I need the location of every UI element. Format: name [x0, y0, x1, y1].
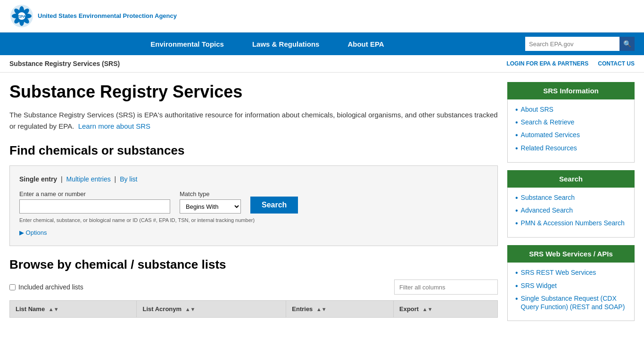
svg-text:EPA: EPA [17, 14, 26, 19]
sidebar-search-content: Substance Search Advanced Search PMN & A… [507, 188, 635, 238]
sidebar-search-list: Substance Search Advanced Search PMN & A… [515, 193, 627, 228]
sidebar-srs-info-header: SRS Information [507, 82, 635, 99]
contact-link[interactable]: CONTACT US [598, 60, 635, 67]
col-list-acronym[interactable]: List Acronym ▲▼ [137, 301, 286, 318]
tab-multiple-entries[interactable]: Multiple entries [66, 175, 111, 183]
srs-widget-link[interactable]: SRS Widget [521, 281, 557, 290]
sidebar-srs-info: SRS Information About SRS Search & Retri… [507, 82, 635, 163]
col-list-name[interactable]: List Name ▲▼ [10, 301, 137, 318]
find-section-title: Find chemicals or substances [9, 143, 498, 158]
col-entries[interactable]: Entries ▲▼ [286, 301, 394, 318]
browse-section-title: Browse by chemical / substance lists [9, 257, 498, 272]
srs-rest-link[interactable]: SRS REST Web Services [521, 268, 596, 277]
archived-checkbox-label[interactable]: Included archived lists [9, 283, 83, 291]
browse-controls: Included archived lists [9, 280, 498, 295]
options-toggle[interactable]: ▶ Options [19, 229, 47, 236]
sidebar-srs-info-list: About SRS Search & Retrieve Automated Se… [515, 105, 627, 153]
list-item: Automated Services [515, 131, 627, 140]
search-button[interactable]: Search [250, 197, 298, 214]
learn-more-link[interactable]: Learn more about SRS [78, 122, 150, 130]
sort-icon-export: ▲▼ [422, 306, 433, 312]
sidebar-search: Search Substance Search Advanced Search … [507, 170, 635, 238]
single-substance-link[interactable]: Single Substance Request (CDX Query Func… [521, 294, 627, 311]
match-type-select[interactable]: Begins With Contains Exact [180, 199, 241, 214]
nav-laws-regulations[interactable]: Laws & Regulations [252, 33, 320, 55]
nav-links: Environmental Topics Laws & Regulations … [9, 33, 525, 55]
filter-input[interactable] [394, 280, 498, 295]
epa-org-text: United States Environmental Protection A… [38, 12, 177, 20]
pmn-search-link[interactable]: PMN & Accession Numbers Search [521, 219, 625, 227]
col-export[interactable]: Export ▲▼ [393, 301, 497, 318]
epa-emblem-icon: EPA [9, 4, 34, 28]
browse-section: Browse by chemical / substance lists Inc… [9, 257, 498, 318]
list-item: Advanced Search [515, 206, 627, 215]
breadcrumb: Substance Registry Services (SRS) [9, 60, 120, 67]
match-type-group: Match type Begins With Contains Exact [180, 190, 241, 214]
list-item: Single Substance Request (CDX Query Func… [515, 294, 627, 311]
sidebar-srs-info-content: About SRS Search & Retrieve Automated Se… [507, 99, 635, 163]
substance-search-link[interactable]: Substance Search [521, 193, 575, 202]
login-link[interactable]: LOGIN FOR EPA & PARTNERS [506, 60, 588, 67]
search-box: Single entry | Multiple entries | By lis… [9, 165, 498, 246]
sidebar-web-services-header: SRS Web Services / APIs [507, 245, 635, 263]
header-links: LOGIN FOR EPA & PARTNERS CONTACT US [506, 60, 635, 67]
sort-icon-list-acronym: ▲▼ [185, 306, 196, 312]
tab-single-entry: Single entry [19, 175, 57, 183]
list-item: Search & Retrieve [515, 118, 627, 127]
name-label: Enter a name or number [19, 190, 170, 197]
list-item: About SRS [515, 105, 627, 114]
search-tabs: Single entry | Multiple entries | By lis… [19, 175, 488, 183]
sort-icon-entries: ▲▼ [316, 306, 327, 312]
list-item: SRS Widget [515, 281, 627, 290]
list-item: Related Resources [515, 144, 627, 153]
search-retrieve-link[interactable]: Search & Retrieve [521, 118, 575, 126]
epa-logo: EPA United States Environmental Protecti… [9, 4, 177, 28]
nav-environmental-topics[interactable]: Environmental Topics [150, 33, 224, 55]
nav-search-button[interactable]: 🔍 [619, 37, 635, 51]
automated-services-link[interactable]: Automated Services [521, 131, 580, 139]
search-hint: Enter chemical, substance, or biological… [19, 217, 488, 223]
table-header-row: List Name ▲▼ List Acronym ▲▼ Entries ▲▼ [10, 301, 498, 318]
main-nav: Environmental Topics Laws & Regulations … [0, 33, 644, 55]
sidebar-web-services-list: SRS REST Web Services SRS Widget Single … [515, 268, 627, 311]
nav-search-input[interactable] [525, 37, 619, 51]
page-title: Substance Registry Services [9, 82, 498, 102]
list-item: Substance Search [515, 193, 627, 202]
archived-checkbox[interactable] [9, 284, 16, 290]
breadcrumb-bar: Substance Registry Services (SRS) LOGIN … [0, 55, 644, 73]
related-resources-link[interactable]: Related Resources [521, 144, 577, 152]
sort-icon-list-name: ▲▼ [49, 306, 59, 312]
description-text: The Substance Registry Services (SRS) is… [9, 109, 498, 132]
substance-table: List Name ▲▼ List Acronym ▲▼ Entries ▲▼ [9, 300, 498, 318]
sidebar-search-header: Search [507, 170, 635, 188]
list-item: SRS REST Web Services [515, 268, 627, 277]
sidebar: SRS Information About SRS Search & Retri… [507, 82, 635, 329]
search-name-input[interactable] [19, 199, 170, 214]
list-item: PMN & Accession Numbers Search [515, 219, 627, 228]
tab-by-list[interactable]: By list [120, 175, 137, 183]
name-input-group: Enter a name or number [19, 190, 170, 214]
nav-about-epa[interactable]: About EPA [347, 33, 384, 55]
content-area: Substance Registry Services The Substanc… [9, 82, 498, 329]
nav-search-area: 🔍 [525, 37, 635, 51]
sidebar-web-services: SRS Web Services / APIs SRS REST Web Ser… [507, 245, 635, 321]
main-container: Substance Registry Services The Substanc… [0, 73, 644, 338]
advanced-search-link[interactable]: Advanced Search [521, 206, 573, 214]
top-header: EPA United States Environmental Protecti… [0, 0, 644, 33]
sidebar-web-services-content: SRS REST Web Services SRS Widget Single … [507, 263, 635, 321]
search-row: Enter a name or number Match type Begins… [19, 190, 488, 214]
about-srs-link[interactable]: About SRS [521, 105, 553, 114]
match-type-label: Match type [180, 190, 241, 197]
